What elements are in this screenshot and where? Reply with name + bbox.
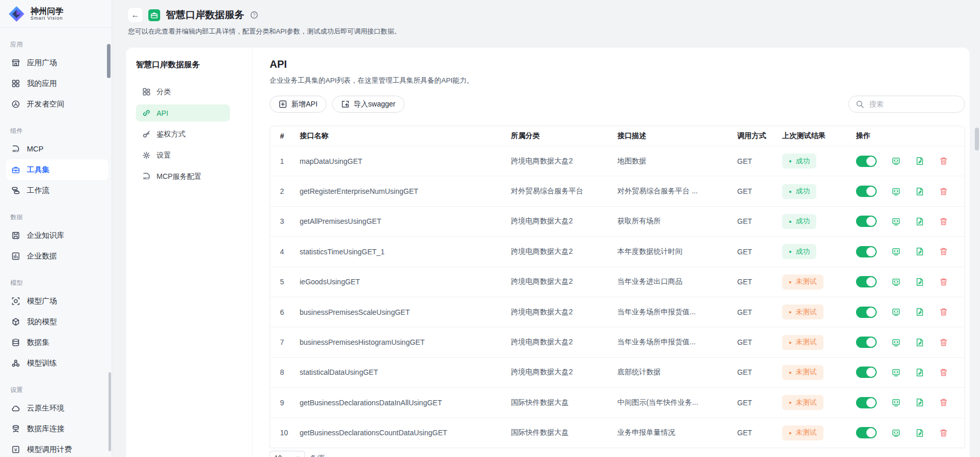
sidebar-item[interactable]: 我的模型: [6, 311, 108, 332]
edit-icon[interactable]: [915, 217, 924, 226]
back-button[interactable]: ←: [128, 8, 143, 22]
toolset-nav-item[interactable]: API: [136, 104, 230, 121]
delete-icon[interactable]: [939, 187, 948, 196]
row-index: 8: [280, 368, 300, 376]
sidebar-item[interactable]: 模型广场: [6, 291, 108, 311]
sidebar-item[interactable]: ¥ 模型调用计费: [6, 439, 108, 457]
add-api-button[interactable]: 新增API: [270, 96, 326, 113]
sidebar-item[interactable]: 我的应用: [6, 73, 108, 94]
search-input[interactable]: [868, 100, 958, 109]
api-description: 当年业务场所申报货值...: [617, 338, 737, 347]
sidebar-item-label: 开发者空间: [27, 99, 65, 109]
delete-icon[interactable]: [939, 368, 948, 377]
delete-icon[interactable]: [939, 247, 948, 256]
mcp-icon: MCP: [11, 144, 20, 154]
toolset-nav-item[interactable]: 鉴权方式: [136, 126, 230, 143]
toolset-nav: 智慧口岸数据服务 分类 API: [126, 48, 253, 457]
test-api-icon[interactable]: [891, 187, 900, 196]
sidebar-item-label: 我的模型: [27, 317, 57, 327]
page-number[interactable]: [884, 451, 897, 457]
test-api-icon[interactable]: [891, 338, 900, 347]
status-badge: • 未测试: [782, 275, 823, 290]
enable-toggle[interactable]: [856, 216, 877, 227]
test-api-icon[interactable]: [891, 368, 900, 377]
model-plaza-icon: [11, 296, 20, 306]
toolset-nav-item-label: API: [157, 109, 168, 117]
page-number[interactable]: [848, 451, 861, 457]
enable-toggle[interactable]: [856, 337, 877, 348]
sidebar-scrollbar-thumb[interactable]: [107, 44, 111, 78]
enable-toggle[interactable]: [856, 246, 877, 257]
sidebar-item[interactable]: 数据集: [6, 332, 108, 353]
delete-icon[interactable]: [939, 217, 948, 226]
api-description: 地图数据: [617, 157, 737, 166]
enable-toggle[interactable]: [856, 307, 877, 318]
api-name: businessPremisesScaleUsingGET: [300, 308, 511, 316]
page-number[interactable]: [938, 451, 952, 457]
test-api-icon[interactable]: [891, 277, 900, 286]
delete-icon[interactable]: [939, 338, 948, 347]
sidebar-item[interactable]: 模型训练: [6, 353, 108, 373]
delete-icon[interactable]: [939, 157, 948, 166]
table-row: 1 mapDataUsingGET 跨境电商数据大盘2 地图数据 GET • 成…: [270, 146, 965, 176]
api-description: 本年度数据统计时间: [617, 247, 737, 256]
help-icon[interactable]: ?: [250, 11, 258, 19]
api-category: 跨境电商数据大盘2: [511, 277, 617, 286]
toolset-nav-item[interactable]: 设置: [136, 147, 230, 164]
sidebar-item[interactable]: 企业知识库: [6, 225, 108, 246]
sidebar-scrollbar-thumb-lower[interactable]: [108, 372, 111, 451]
sidebar-item[interactable]: MCP MCP: [6, 139, 108, 159]
enable-toggle[interactable]: [856, 427, 877, 438]
enable-toggle[interactable]: [856, 397, 877, 408]
edit-icon[interactable]: [915, 338, 924, 347]
table-body: 1 mapDataUsingGET 跨境电商数据大盘2 地图数据 GET • 成…: [270, 146, 965, 448]
test-api-icon[interactable]: [891, 217, 900, 226]
sidebar-section: 模型 模型广场 我的模型: [6, 279, 108, 373]
sidebar-item[interactable]: 开发者空间: [6, 94, 108, 114]
page-number[interactable]: [920, 451, 934, 457]
import-icon: [341, 100, 350, 109]
edit-icon[interactable]: [915, 308, 924, 317]
sidebar-item[interactable]: 工作流: [6, 180, 108, 201]
edit-icon[interactable]: [915, 398, 924, 407]
edit-icon[interactable]: [915, 187, 924, 196]
edit-icon[interactable]: [915, 277, 924, 286]
toolset-nav-item[interactable]: MCP MCP服务配置: [136, 168, 230, 185]
delete-icon[interactable]: [939, 277, 948, 286]
api-name: mapDataUsingGET: [300, 157, 511, 165]
prev-page-button[interactable]: ‹: [841, 453, 843, 457]
enable-toggle[interactable]: [856, 156, 877, 167]
import-swagger-button[interactable]: 导入swagger: [332, 96, 405, 113]
edit-icon[interactable]: [915, 428, 924, 437]
api-description: 获取所有场所: [617, 217, 737, 226]
delete-icon[interactable]: [939, 398, 948, 407]
enable-toggle[interactable]: [856, 367, 877, 378]
test-api-icon[interactable]: [891, 428, 900, 437]
api-method: GET: [737, 187, 782, 195]
page-size-select[interactable]: 10 ▼: [270, 451, 305, 457]
api-panel: API 企业业务工具集的API列表，在这里管理工具集所具备的API能力。 新增A…: [253, 48, 970, 457]
edit-icon[interactable]: [915, 368, 924, 377]
delete-icon[interactable]: [939, 308, 948, 317]
sidebar-item[interactable]: 应用广场: [6, 52, 108, 73]
delete-icon[interactable]: [939, 428, 948, 437]
sidebar-item[interactable]: 企业数据: [6, 246, 108, 266]
test-api-icon[interactable]: [891, 157, 900, 166]
enable-toggle[interactable]: [856, 186, 877, 197]
enable-toggle[interactable]: [856, 276, 877, 287]
window-scrollbar-thumb[interactable]: [975, 128, 979, 150]
status-dot-icon: •: [789, 188, 791, 195]
sidebar-item[interactable]: 云原生环境: [6, 398, 108, 418]
page-number[interactable]: [902, 451, 915, 457]
toolset-app-icon: [148, 9, 160, 21]
test-api-icon[interactable]: [891, 247, 900, 256]
next-page-button[interactable]: ›: [956, 453, 959, 457]
sidebar-item[interactable]: 数据库连接: [6, 418, 108, 439]
test-api-icon[interactable]: [891, 308, 900, 317]
page-number[interactable]: [866, 451, 879, 457]
sidebar-item[interactable]: 工具集: [6, 159, 108, 180]
test-api-icon[interactable]: [891, 398, 900, 407]
edit-icon[interactable]: [915, 157, 924, 166]
edit-icon[interactable]: [915, 247, 924, 256]
toolset-nav-item[interactable]: 分类: [136, 83, 230, 100]
